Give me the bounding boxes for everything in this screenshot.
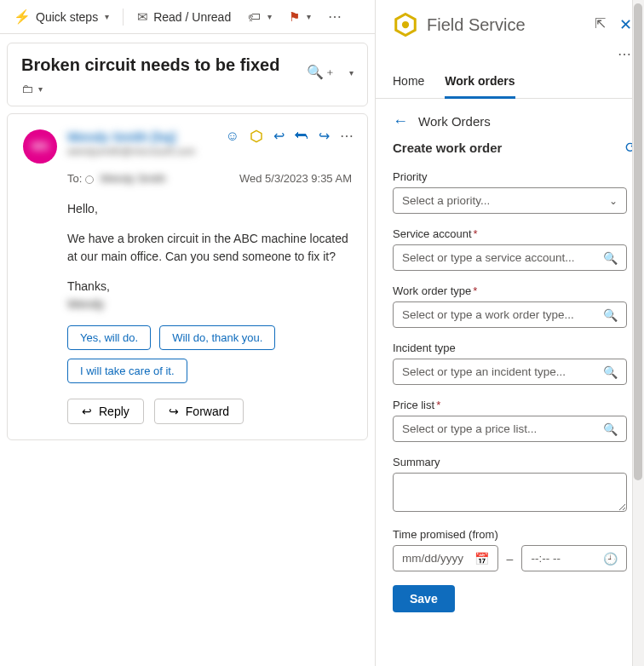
email-timestamp: Wed 5/3/2023 9:35 AM (239, 172, 352, 185)
email-card: WS Wendy Smith [hq] wendysmith@microsoft… (7, 113, 368, 440)
read-unread-button[interactable]: ✉ Read / Unread (130, 6, 238, 28)
email-toolbar: ⚡ Quick steps ▾ ✉ Read / Unread 🏷 ▾ ⚑ ▾ … (0, 0, 375, 34)
search-icon: 🔍 (603, 251, 618, 265)
suggested-replies: Yes, will do. Will do, thank you. I will… (67, 325, 352, 383)
work-orders-heading: Work Orders (418, 114, 491, 129)
chevron-down-icon: ▾ (307, 12, 311, 21)
email-subject-card: Broken circuit needs to be fixed 🗀 ▾ 🔍﹢ … (7, 43, 368, 106)
pin-icon[interactable]: ⇱ (595, 15, 606, 34)
email-subject: Broken circuit needs to be fixed (21, 55, 279, 75)
lightning-icon: ⚡ (14, 9, 31, 25)
incident-type-lookup[interactable]: Select or type an incident type... 🔍 (393, 359, 627, 385)
svg-marker-0 (251, 130, 262, 141)
work-order-type-lookup[interactable]: Select or type a work order type... 🔍 (393, 301, 627, 328)
search-icon: 🔍 (603, 365, 618, 379)
reply-all-icon[interactable]: ⮪ (295, 129, 308, 144)
summary-textarea[interactable] (393, 473, 627, 512)
reply-button[interactable]: ↩ Reply (67, 399, 144, 424)
price-list-label: Price list* (393, 399, 627, 411)
calendar-icon: 📅 (474, 552, 489, 566)
toolbar-separator (123, 9, 124, 26)
chevron-down-icon: ▾ (267, 12, 272, 21)
scrollbar-thumb[interactable] (634, 3, 642, 480)
service-account-label: Service account* (393, 227, 627, 240)
forward-arrow-icon[interactable]: ↪ (319, 128, 330, 144)
to-line: To: Wendy Smith (67, 172, 166, 185)
save-button[interactable]: Save (393, 585, 455, 612)
range-dash: – (507, 552, 514, 566)
time-promised-time[interactable]: --:-- -- 🕘 (521, 545, 627, 571)
flag-icon: ⚑ (289, 9, 300, 25)
suggested-reply[interactable]: Will do, thank you. (159, 325, 275, 350)
tag-button[interactable]: 🏷 ▾ (241, 6, 279, 27)
priority-select[interactable]: Select a priority... ⌄ (393, 187, 627, 214)
forward-arrow-icon: ↪ (169, 405, 179, 418)
panel-tabs: Home Work orders (376, 62, 644, 99)
field-service-logo-icon (393, 12, 418, 37)
sender-email: wendysmith@microsoft.com (67, 146, 352, 158)
clock-icon: 🕘 (603, 552, 618, 566)
zoom-icon[interactable]: 🔍﹢ (307, 64, 337, 82)
priority-label: Priority (393, 170, 627, 183)
email-body: Hello, We have a broken circuit in the A… (67, 200, 352, 313)
service-account-lookup[interactable]: Select or type a service account... 🔍 (393, 244, 627, 271)
reply-icon: ↩ (82, 405, 92, 418)
field-service-panel: Field Service ⇱ ✕ ⋯ Home Work orders ← W… (375, 0, 644, 666)
panel-title: Field Service (427, 15, 526, 35)
inbox-icon[interactable]: 🗀 (21, 82, 33, 95)
scrollbar-track[interactable] (632, 0, 644, 666)
svg-point-2 (402, 21, 409, 28)
envelope-icon: ✉ (137, 9, 148, 25)
read-unread-label: Read / Unread (153, 10, 231, 24)
incident-type-label: Incident type (393, 342, 627, 354)
more-icon: ⋯ (328, 9, 342, 25)
presence-icon (85, 175, 94, 184)
quick-steps-button[interactable]: ⚡ Quick steps ▾ (7, 5, 116, 28)
price-list-lookup[interactable]: Select or type a price list... 🔍 (393, 416, 627, 442)
reply-icon[interactable]: ↩ (273, 128, 285, 144)
forward-button[interactable]: ↪ Forward (154, 399, 244, 424)
time-promised-date[interactable]: mm/dd/yyyy 📅 (393, 545, 498, 571)
more-icon[interactable]: ⋯ (340, 128, 354, 144)
suggested-reply[interactable]: Yes, will do. (67, 325, 151, 350)
avatar: WS (23, 129, 57, 164)
chevron-down-icon: ⌄ (609, 195, 618, 207)
flag-button[interactable]: ⚑ ▾ (282, 6, 318, 28)
panel-more-icon[interactable]: ⋯ (618, 46, 632, 62)
tag-icon: 🏷 (248, 9, 261, 24)
quick-steps-label: Quick steps (36, 10, 98, 24)
summary-label: Summary (393, 456, 627, 468)
time-promised-label: Time promised (from) (393, 528, 627, 541)
tab-work-orders[interactable]: Work orders (445, 74, 515, 99)
create-work-order-heading: Create work order (393, 141, 502, 155)
smiley-icon[interactable]: ☺ (226, 129, 239, 144)
tab-home[interactable]: Home (393, 74, 424, 98)
search-icon: 🔍 (603, 308, 618, 322)
chevron-down-icon: ▾ (105, 12, 109, 21)
search-icon: 🔍 (603, 422, 618, 436)
suggested-reply[interactable]: I will take care of it. (67, 359, 187, 383)
field-service-hex-icon[interactable] (250, 129, 263, 143)
close-icon[interactable]: ✕ (619, 15, 632, 34)
chevron-down-icon[interactable]: ▾ (349, 68, 354, 78)
back-arrow-icon[interactable]: ← (393, 112, 408, 130)
chevron-down-icon[interactable]: ▾ (38, 84, 43, 94)
toolbar-more-button[interactable]: ⋯ (321, 5, 349, 28)
work-order-type-label: Work order type* (393, 284, 627, 297)
